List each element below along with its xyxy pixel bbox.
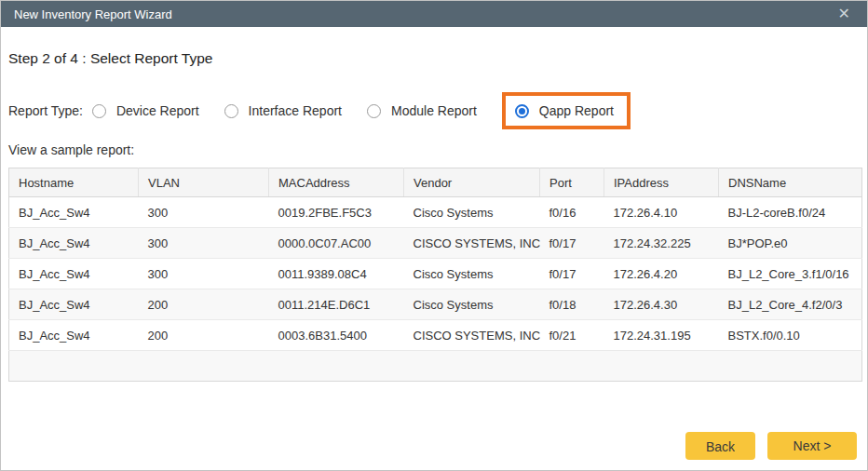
table-cell: 172.26.4.30 [604, 289, 719, 320]
col-hostname: Hostname [9, 168, 139, 197]
table-cell-empty [604, 351, 719, 382]
radio-icon[interactable] [224, 104, 238, 118]
table-cell: 200 [139, 320, 269, 351]
title-bar: New Inventory Report Wizard ✕ [1, 1, 867, 27]
dialog-content: Step 2 of 4 : Select Report Type Report … [1, 50, 867, 382]
table-cell: BJ_L2_Core_3.f1/0/16 [719, 259, 862, 289]
table-body: BJ_Acc_Sw43000019.2FBE.F5C3Cisco Systems… [9, 197, 862, 382]
table-cell: f0/21 [540, 320, 604, 351]
radio-device-report[interactable]: Device Report [92, 103, 199, 118]
back-button-label: Back [706, 439, 735, 454]
radio-label[interactable]: Device Report [116, 103, 199, 118]
col-macaddress: MACAddress [269, 168, 404, 197]
table-cell: f0/16 [540, 197, 604, 228]
table-cell: Cisco Systems [404, 289, 540, 320]
table-cell: f0/18 [540, 289, 604, 320]
table-cell: 172.26.4.10 [604, 197, 719, 228]
footer-buttons: Back Next > [685, 432, 857, 460]
table-cell-empty [540, 351, 604, 382]
table-cell: 300 [139, 197, 269, 228]
col-dnsname: DNSName [719, 168, 862, 197]
table-header-row: Hostname VLAN MACAddress Vendor Port IPA… [9, 168, 862, 197]
table-cell: BJ_L2_Core_4.f2/0/3 [719, 289, 862, 320]
table-cell: 0011.9389.08C4 [269, 259, 404, 289]
table-cell: BSTX.f0/0.10 [719, 320, 862, 351]
table-row: BJ_Acc_Sw42000003.6B31.5400CISCO SYSTEMS… [9, 320, 862, 351]
radio-icon[interactable] [515, 104, 529, 118]
radio-icon[interactable] [367, 104, 381, 118]
table-cell: 0011.214E.D6C1 [269, 289, 404, 320]
report-type-label: Report Type: [8, 103, 83, 118]
wizard-dialog: New Inventory Report Wizard ✕ Step 2 of … [0, 0, 868, 471]
table-cell: 0019.2FBE.F5C3 [269, 197, 404, 228]
table-cell: BJ*POP.e0 [719, 228, 862, 259]
table-cell: 0003.6B31.5400 [269, 320, 404, 351]
table-row: BJ_Acc_Sw43000000.0C07.AC00CISCO SYSTEMS… [9, 228, 862, 259]
table-cell: BJ_Acc_Sw4 [9, 320, 139, 351]
radio-qapp-report[interactable]: Qapp Report [502, 92, 631, 129]
col-ipaddress: IPAddress [604, 168, 719, 197]
radio-label[interactable]: Qapp Report [539, 103, 614, 118]
table-cell: 0000.0C07.AC00 [269, 228, 404, 259]
table-cell: 200 [139, 289, 269, 320]
table-cell: Cisco Systems [404, 197, 540, 228]
table-filler-row [9, 351, 862, 382]
back-button[interactable]: Back [685, 432, 755, 460]
close-icon[interactable]: ✕ [834, 5, 854, 23]
table-cell-empty [139, 351, 269, 382]
table-cell: 300 [139, 259, 269, 289]
table-cell: BJ-L2-coreB.f0/24 [719, 197, 862, 228]
table-row: BJ_Acc_Sw43000011.9389.08C4Cisco Systems… [9, 259, 862, 289]
table-cell: 172.26.4.20 [604, 259, 719, 289]
table-cell-empty [9, 351, 139, 382]
col-vendor: Vendor [404, 168, 540, 197]
table-cell: BJ_Acc_Sw4 [9, 289, 139, 320]
table-cell-empty [719, 351, 862, 382]
table-cell: f0/17 [540, 228, 604, 259]
table-row: BJ_Acc_Sw43000019.2FBE.F5C3Cisco Systems… [9, 197, 862, 228]
table-cell: 172.24.32.225 [604, 228, 719, 259]
table-cell: BJ_Acc_Sw4 [9, 197, 139, 228]
report-type-row: Report Type: Device Report Interface Rep… [8, 91, 861, 130]
step-title: Step 2 of 4 : Select Report Type [8, 50, 861, 67]
radio-module-report[interactable]: Module Report [367, 103, 477, 118]
sample-report-table: Hostname VLAN MACAddress Vendor Port IPA… [8, 168, 862, 382]
col-port: Port [540, 168, 604, 197]
window-title: New Inventory Report Wizard [14, 7, 834, 21]
table-cell: Cisco Systems [404, 259, 540, 289]
col-vlan: VLAN [139, 168, 269, 197]
table-cell: CISCO SYSTEMS, INC. [404, 228, 540, 259]
sample-report-label: View a sample report: [8, 142, 861, 157]
table-cell: BJ_Acc_Sw4 [9, 259, 139, 289]
table-cell-empty [269, 351, 404, 382]
table-cell: 300 [139, 228, 269, 259]
table-cell: BJ_Acc_Sw4 [9, 228, 139, 259]
next-button[interactable]: Next > [767, 432, 857, 460]
table-cell: f0/17 [540, 259, 604, 289]
table-cell: 172.24.31.195 [604, 320, 719, 351]
table-row: BJ_Acc_Sw42000011.214E.D6C1Cisco Systems… [9, 289, 862, 320]
radio-interface-report[interactable]: Interface Report [224, 103, 342, 118]
table-cell-empty [404, 351, 540, 382]
radio-icon[interactable] [92, 104, 106, 118]
radio-label[interactable]: Module Report [391, 103, 477, 118]
table-cell: CISCO SYSTEMS, INC. [404, 320, 540, 351]
radio-label[interactable]: Interface Report [249, 103, 342, 118]
